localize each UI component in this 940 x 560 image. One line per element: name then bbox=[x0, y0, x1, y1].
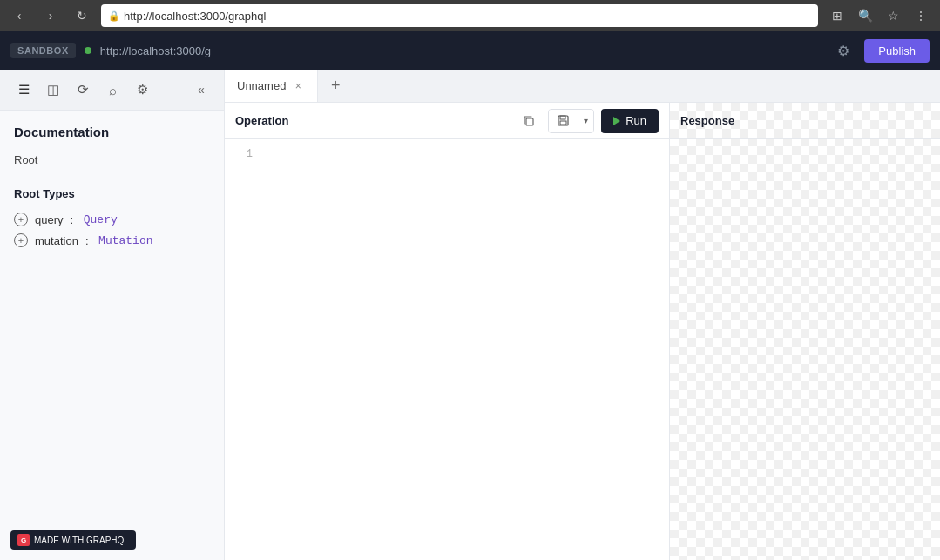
bookmark-tool-button[interactable]: ◫ bbox=[40, 77, 66, 103]
save-button[interactable] bbox=[549, 110, 578, 132]
operation-panel-header: Operation bbox=[225, 103, 669, 139]
svg-rect-0 bbox=[526, 118, 533, 125]
history-tool-button[interactable]: ⟳ bbox=[70, 77, 96, 103]
more-options-button[interactable]: ⋮ bbox=[909, 3, 933, 28]
tabs-bar: Unnamed × + bbox=[225, 70, 940, 103]
settings-button[interactable]: ⚙ bbox=[831, 38, 855, 63]
query-expand-icon: + bbox=[14, 213, 28, 226]
mutation-type-item[interactable]: + mutation: Mutation bbox=[14, 230, 210, 251]
main-layout: ☰ ◫ ⟳ ⌕ ⚙ « Documentation Root Root Type… bbox=[0, 70, 940, 560]
run-label: Run bbox=[626, 114, 646, 127]
tab-label: Unnamed bbox=[237, 79, 286, 92]
add-tab-button[interactable]: + bbox=[321, 72, 349, 100]
sidebar: ☰ ◫ ⟳ ⌕ ⚙ « Documentation Root Root Type… bbox=[0, 70, 225, 560]
url-text: http://localhost:3000/graphql bbox=[124, 10, 266, 23]
address-bar[interactable]: 🔒 http://localhost:3000/graphql bbox=[101, 4, 818, 27]
run-triangle-icon bbox=[613, 117, 620, 125]
docs-tool-button[interactable]: ☰ bbox=[10, 77, 37, 103]
root-types-title: Root Types bbox=[14, 187, 210, 200]
save-dropdown-button[interactable]: ▾ bbox=[578, 110, 593, 132]
query-key-label: query bbox=[35, 213, 64, 226]
run-button[interactable]: Run bbox=[601, 109, 659, 133]
tab-unnamed[interactable]: Unnamed × bbox=[225, 70, 318, 102]
sidebar-collapse-button[interactable]: « bbox=[189, 78, 213, 102]
operation-panel: Operation bbox=[225, 103, 670, 560]
browser-icons: ⊞ 🔍 ☆ ⋮ bbox=[825, 3, 933, 28]
root-item[interactable]: Root bbox=[14, 150, 210, 170]
copy-button[interactable] bbox=[517, 109, 541, 133]
editor-line-1: 1 bbox=[225, 146, 669, 162]
endpoint-url[interactable]: http://localhost:3000/g bbox=[100, 44, 823, 57]
content-area: Unnamed × + Operation bbox=[225, 70, 940, 560]
tab-close-button[interactable]: × bbox=[291, 79, 305, 93]
query-value-label: Query bbox=[84, 213, 118, 226]
response-panel: Response bbox=[670, 103, 940, 560]
browser-chrome: ‹ › ↻ 🔒 http://localhost:3000/graphql ⊞ … bbox=[0, 0, 940, 31]
svg-rect-3 bbox=[560, 121, 566, 125]
lock-icon: 🔒 bbox=[108, 10, 120, 22]
editor-area[interactable]: 1 bbox=[225, 139, 669, 560]
response-panel-header: Response bbox=[670, 103, 940, 139]
mutation-key-label: mutation bbox=[35, 234, 78, 247]
translate-button[interactable]: ⊞ bbox=[825, 3, 849, 28]
back-button[interactable]: ‹ bbox=[7, 3, 31, 28]
connection-status-dot bbox=[85, 47, 91, 54]
bookmark-star-button[interactable]: ☆ bbox=[881, 3, 905, 28]
operation-panel-title: Operation bbox=[235, 114, 510, 127]
publish-button[interactable]: Publish bbox=[864, 39, 930, 63]
reload-button[interactable]: ↻ bbox=[70, 3, 94, 28]
response-panel-title: Response bbox=[680, 114, 930, 127]
search-tool-button[interactable]: ⌕ bbox=[99, 77, 125, 103]
sidebar-toolbar: ☰ ◫ ⟳ ⌕ ⚙ « bbox=[0, 70, 224, 111]
panels-row: Operation bbox=[225, 103, 940, 560]
documentation-title: Documentation bbox=[14, 125, 210, 139]
settings-tool-button[interactable]: ⚙ bbox=[129, 77, 155, 103]
sidebar-content: Documentation Root Root Types + query: Q… bbox=[0, 111, 224, 523]
zoom-button[interactable]: 🔍 bbox=[853, 3, 877, 28]
mutation-expand-icon: + bbox=[14, 233, 28, 247]
forward-button[interactable]: › bbox=[38, 3, 63, 28]
made-with-label: MADE WITH GRAPHQL bbox=[34, 536, 129, 545]
graphql-logo: G bbox=[17, 534, 30, 546]
save-button-group: ▾ bbox=[548, 109, 594, 133]
mutation-value-label: Mutation bbox=[98, 234, 152, 247]
made-with-badge[interactable]: G MADE WITH GRAPHQL bbox=[10, 530, 136, 550]
line-number-1: 1 bbox=[235, 148, 253, 160]
query-type-item[interactable]: + query: Query bbox=[14, 209, 210, 230]
sandbox-badge: SANDBOX bbox=[10, 43, 76, 58]
app-header: SANDBOX http://localhost:3000/g ⚙ Publis… bbox=[0, 31, 940, 70]
svg-rect-2 bbox=[560, 116, 565, 119]
